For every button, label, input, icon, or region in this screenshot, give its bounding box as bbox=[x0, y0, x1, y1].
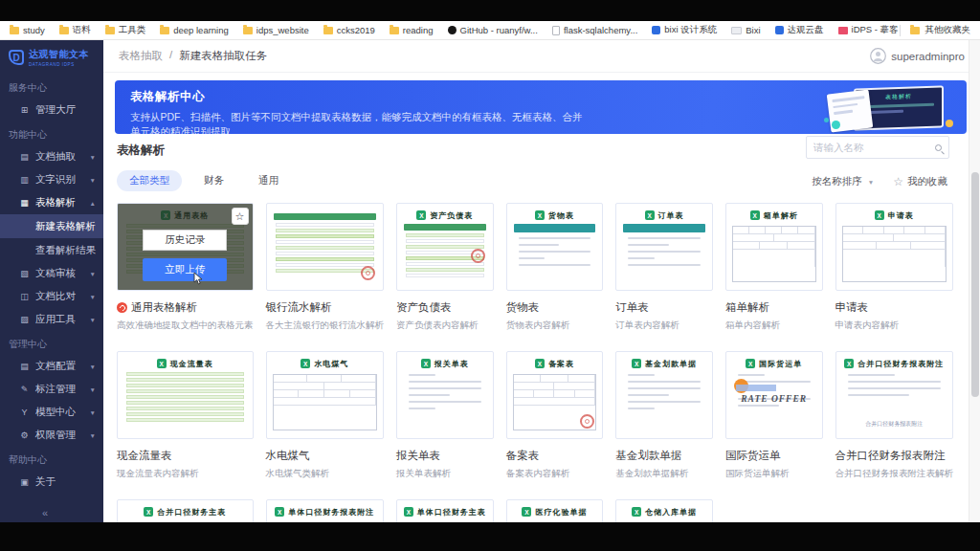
template-card[interactable]: X水电煤气水电煤气水电煤气类解析 bbox=[266, 351, 385, 480]
card-thumbnail[interactable]: X箱单解析 bbox=[725, 203, 823, 291]
card-thumbnail[interactable]: X国际货运单RATE OFFER bbox=[725, 351, 823, 439]
template-card[interactable]: 银行流水解析各大主流银行的银行流水解析 bbox=[266, 203, 385, 332]
card-thumbnail[interactable]: X基金划款单据 bbox=[615, 351, 713, 439]
card-thumbnail[interactable]: X备案表 bbox=[506, 351, 604, 439]
card-thumbnail[interactable]: X合并口径财务主表 bbox=[117, 499, 254, 522]
filter-chip[interactable]: 通用 bbox=[246, 170, 291, 191]
template-card-partial[interactable]: X合并口径财务主表 bbox=[117, 499, 254, 522]
logo-icon: D bbox=[9, 50, 24, 65]
sidebar-item[interactable]: ▣关于 bbox=[0, 471, 103, 494]
sidebar-item[interactable]: ⊞管理大厅 bbox=[0, 99, 103, 121]
bookmark-item[interactable]: Bixi bbox=[731, 25, 760, 35]
bookmark-item[interactable]: 语料 bbox=[59, 24, 91, 36]
bookmark-item[interactable]: deep learning bbox=[160, 25, 229, 35]
card-title: 申请表 bbox=[835, 300, 954, 315]
thumbnail-title: 基金划款单据 bbox=[645, 359, 697, 369]
card-thumbnail[interactable]: X货物表 bbox=[506, 203, 604, 291]
template-card-partial[interactable]: X单体口径财务主表 bbox=[396, 499, 494, 522]
favorite-star-button[interactable]: ☆ bbox=[232, 208, 249, 225]
history-button[interactable]: 历史记录 bbox=[143, 230, 227, 251]
sidebar-item[interactable]: ▤文档抽取▼ bbox=[0, 145, 103, 168]
scrollbar-thumb[interactable] bbox=[971, 172, 979, 397]
bookmark-item[interactable]: 达观云盘 bbox=[775, 24, 824, 36]
card-thumbnail[interactable]: X水电煤气 bbox=[266, 351, 385, 439]
page-scrollbar[interactable] bbox=[969, 40, 980, 522]
search-box[interactable] bbox=[806, 136, 949, 159]
template-card-partial[interactable]: X医疗化验单据 bbox=[506, 499, 604, 522]
template-card[interactable]: X申请表申请表申请表内容解析 bbox=[835, 203, 954, 332]
bookmark-item[interactable]: flask-sqlalchemy... bbox=[552, 25, 637, 35]
card-thumbnail[interactable]: X订单表 bbox=[615, 203, 713, 291]
card-thumbnail[interactable]: X合并口径财务报表附注合并口径财务报表附注 bbox=[835, 351, 954, 439]
card-thumbnail[interactable]: X医疗化验单据 bbox=[506, 499, 604, 522]
bookmark-label: 语料 bbox=[73, 24, 91, 36]
card-thumbnail[interactable]: X通用表格历史记录立即上传☆ bbox=[117, 203, 254, 291]
sidebar-item[interactable]: ▦表格解析▲ bbox=[0, 191, 103, 214]
sidebar-item[interactable]: ▨应用工具▼ bbox=[0, 308, 103, 331]
search-icon[interactable] bbox=[935, 144, 942, 151]
user-menu[interactable]: superadminpro bbox=[870, 48, 965, 64]
card-thumbnail[interactable]: X单体口径财务报表附注 bbox=[266, 499, 385, 522]
sort-control[interactable]: 按名称排序 ▼ bbox=[812, 175, 874, 188]
collapse-sidebar-button[interactable]: « bbox=[42, 507, 48, 518]
filter-chip[interactable]: 财务 bbox=[191, 170, 236, 191]
sidebar-item[interactable]: ▥文字识别▼ bbox=[0, 168, 103, 191]
excel-icon: X bbox=[632, 507, 641, 517]
bookmark-item[interactable]: ccks2019 bbox=[323, 25, 375, 35]
template-card-partial[interactable]: X单体口径财务报表附注 bbox=[266, 499, 385, 522]
star-icon: ☆ bbox=[893, 175, 903, 188]
template-card[interactable]: X基金划款单据基金划款单据基金划款单据解析 bbox=[615, 351, 713, 480]
sidebar-subitem[interactable]: 查看解析结果 bbox=[0, 238, 103, 262]
template-card[interactable]: X订单表订单表订单表内容解析 bbox=[615, 203, 713, 332]
template-card[interactable]: X报关单表报关单表报关单表解析 bbox=[396, 351, 494, 480]
cursor-icon bbox=[193, 273, 204, 285]
card-thumbnail[interactable]: X单体口径财务主表 bbox=[396, 499, 494, 522]
card-title-text: 备案表 bbox=[506, 449, 540, 463]
template-card-partial[interactable]: X仓储入库单据 bbox=[615, 499, 713, 522]
main-content: 表格抽取 / 新建表格抽取任务 superadminpro 表格解析中心 支持从… bbox=[103, 40, 980, 522]
bookmark-item[interactable]: GitHub - ruanyf/w... bbox=[448, 25, 538, 35]
template-card[interactable]: X国际货运单RATE OFFER国际货运单国际货运单解析 bbox=[725, 351, 823, 480]
upload-button[interactable]: 立即上传 bbox=[143, 258, 227, 281]
card-thumbnail[interactable]: X现金流量表 bbox=[117, 351, 254, 439]
divider bbox=[900, 25, 901, 36]
bookmark-item[interactable]: study bbox=[10, 25, 45, 35]
sidebar-item[interactable]: ▧文稿审核▼ bbox=[0, 262, 103, 285]
sidebar-item[interactable]: Y模型中心▼ bbox=[0, 401, 103, 424]
card-thumbnail[interactable]: X仓储入库单据 bbox=[615, 499, 713, 522]
bookmark-list: study语料工具类deep learningidps_websiteccks2… bbox=[10, 24, 900, 36]
other-bookmarks-folder[interactable]: 其他收藏夹 bbox=[900, 24, 971, 36]
card-thumbnail[interactable]: X报关单表 bbox=[396, 351, 494, 439]
template-card[interactable]: X箱单解析箱单解析箱单内容解析 bbox=[725, 203, 823, 332]
thumbnail-title: 单体口径财务主表 bbox=[417, 507, 486, 518]
card-title-text: 箱单解析 bbox=[725, 300, 769, 315]
template-card[interactable]: X现金流量表现金流量表现金流量表内容解析 bbox=[117, 351, 254, 480]
search-input[interactable] bbox=[813, 142, 935, 153]
template-card[interactable]: X资产负债表资产负债表资产负债表内容解析 bbox=[396, 203, 494, 332]
sidebar-item[interactable]: ✎标注管理▼ bbox=[0, 378, 103, 401]
card-thumbnail[interactable]: X申请表 bbox=[835, 203, 954, 291]
sidebar-item[interactable]: ◫文档比对▼ bbox=[0, 285, 103, 308]
card-title: 箱单解析 bbox=[725, 300, 823, 315]
favorites-button[interactable]: ☆ 我的收藏 bbox=[893, 175, 947, 188]
model-icon: Y bbox=[18, 408, 31, 417]
sidebar-item[interactable]: ⚙权限管理▼ bbox=[0, 424, 103, 447]
sidebar-subitem[interactable]: 新建表格解析 bbox=[0, 214, 103, 238]
sidebar-item[interactable]: ▤文档配置▼ bbox=[0, 355, 103, 378]
table-icon: ▦ bbox=[18, 198, 31, 208]
sidebar-item-label: 关于 bbox=[35, 475, 56, 489]
breadcrumb-parent[interactable]: 表格抽取 bbox=[119, 49, 163, 63]
filter-chip[interactable]: 全部类型 bbox=[117, 170, 182, 191]
bookmark-item[interactable]: iDPS - 摹客 bbox=[838, 24, 899, 36]
template-card[interactable]: X通用表格历史记录立即上传☆通用表格解析高效准确地提取文档中的表格元素 bbox=[117, 203, 254, 332]
template-card[interactable]: X合并口径财务报表附注合并口径财务报表附注合并口径财务报表附注合并口径财务报表附… bbox=[835, 351, 954, 480]
bookmark-item[interactable]: bixi 设计系统 bbox=[652, 24, 717, 36]
card-thumbnail[interactable]: X资产负债表 bbox=[396, 203, 494, 291]
template-card[interactable]: X货物表货物表货物表内容解析 bbox=[506, 203, 604, 332]
card-thumbnail[interactable] bbox=[266, 203, 385, 291]
bookmark-item[interactable]: 工具类 bbox=[105, 24, 146, 36]
template-card[interactable]: X备案表备案表备案表内容解析 bbox=[506, 351, 604, 480]
app-logo[interactable]: D 达观智能文本 DATAGRAND IDPS bbox=[0, 40, 103, 75]
bookmark-item[interactable]: reading bbox=[390, 25, 434, 35]
bookmark-item[interactable]: idps_website bbox=[243, 25, 309, 35]
